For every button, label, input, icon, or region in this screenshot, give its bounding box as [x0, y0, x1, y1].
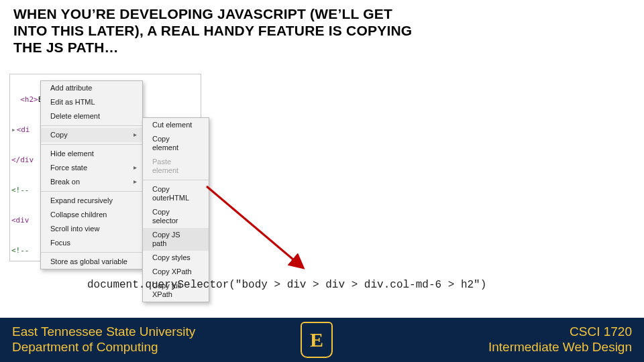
submenu-copy-xpath[interactable]: Copy XPath — [143, 265, 209, 279]
menu-item-edit-as-html[interactable]: Edit as HTML — [41, 95, 142, 109]
submenu-copy-styles[interactable]: Copy styles — [143, 251, 209, 265]
callout-arrow-icon — [201, 181, 309, 275]
department-name: Department of Computing — [12, 340, 195, 355]
menu-item-collapse-children[interactable]: Collapse children — [41, 208, 142, 222]
footer-bar: East Tennessee State University Departme… — [0, 318, 644, 362]
copy-submenu: Cut element Copy element Paste element C… — [142, 117, 209, 302]
submenu-paste-element: Paste element — [143, 155, 209, 178]
menu-item-delete-element[interactable]: Delete element — [41, 109, 142, 123]
etsu-logo-icon: E — [301, 322, 333, 358]
menu-item-force-state[interactable]: Force state — [41, 161, 142, 175]
menu-item-expand-recursively[interactable]: Expand recursively — [41, 194, 142, 208]
submenu-copy-element[interactable]: Copy element — [143, 132, 209, 155]
submenu-copy-selector[interactable]: Copy selector — [143, 205, 209, 228]
slide: WHEN YOU’RE DEVELOPING JAVASCRIPT (WE’LL… — [0, 0, 644, 362]
menu-separator — [41, 125, 142, 126]
menu-separator — [41, 252, 142, 253]
menu-item-scroll-into-view[interactable]: Scroll into view — [41, 222, 142, 236]
menu-item-break-on[interactable]: Break on — [41, 175, 142, 189]
menu-item-copy[interactable]: Copy — [41, 128, 142, 142]
menu-item-add-attribute[interactable]: Add attribute — [41, 81, 142, 95]
submenu-cut-element[interactable]: Cut element — [143, 118, 209, 132]
menu-separator — [41, 144, 142, 145]
context-menu: Add attribute Edit as HTML Delete elemen… — [40, 80, 143, 269]
menu-item-hide-element[interactable]: Hide element — [41, 147, 142, 161]
menu-item-focus[interactable]: Focus — [41, 236, 142, 250]
university-name: East Tennessee State University — [12, 324, 195, 340]
svg-line-0 — [207, 186, 302, 267]
footer-right: CSCI 1720 Intermediate Web Design — [488, 324, 632, 355]
code-output: document.querySelector("body > div > div… — [87, 279, 486, 291]
course-code: CSCI 1720 — [488, 324, 632, 340]
menu-item-store-global[interactable]: Store as global variable — [41, 255, 142, 269]
submenu-copy-js-path[interactable]: Copy JS path — [143, 228, 209, 251]
course-name: Intermediate Web Design — [488, 340, 632, 355]
menu-separator — [41, 191, 142, 192]
submenu-copy-outerhtml[interactable]: Copy outerHTML — [143, 182, 209, 205]
code: <h2> — [20, 95, 38, 104]
menu-separator — [143, 180, 209, 180]
footer-left: East Tennessee State University Departme… — [12, 324, 195, 355]
slide-title: WHEN YOU’RE DEVELOPING JAVASCRIPT (WE’LL… — [13, 5, 416, 56]
